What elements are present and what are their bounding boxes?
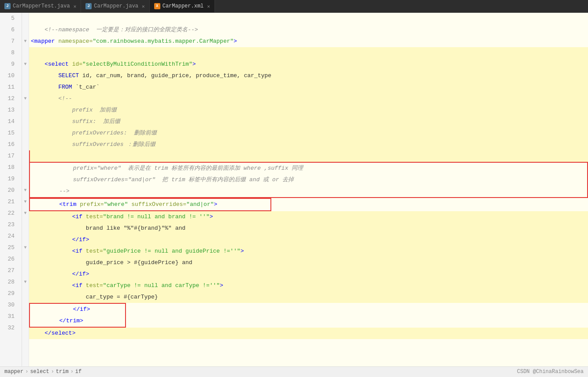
fold-20[interactable]: ▼: [22, 185, 29, 196]
status-bar: mapper › select › trim › if CSDN @ChinaR…: [0, 366, 588, 377]
code-line-24: </if>: [29, 234, 588, 246]
code-line-9: <select id="selectByMultiConditionWithTr…: [29, 59, 588, 70]
code-line-29: car_type = #{carType}: [29, 291, 588, 303]
tab-carmappertest[interactable]: J CarMapperTest.java ✕: [0, 0, 81, 12]
code-line-31: </trim>: [30, 315, 125, 327]
code-line-6: <!--namespace 一定要是：对应的接口的全限定类名-->: [29, 24, 588, 36]
code-line-23: brand like "%"#{brand}"%" and: [29, 223, 588, 234]
fold-22[interactable]: ▼: [22, 208, 29, 219]
breadcrumb-if: if: [75, 369, 81, 375]
code-line-7: <mapper namespace="com.rainbowsea.mybati…: [29, 36, 588, 47]
code-line-16: suffixOverrides ：删除后缀: [29, 139, 588, 150]
tab-close-3[interactable]: ✕: [207, 4, 210, 9]
code-line-8: [29, 47, 588, 59]
watermark: CSDN @ChinaRainbowSea: [517, 369, 584, 375]
breadcrumb-select: select: [30, 369, 49, 375]
code-line-10: SELECT id, car_num, brand, guide_price, …: [29, 70, 588, 82]
red-box-1: prefix="where" 表示是在 trim 标签所有内容的最前面添加 wh…: [29, 162, 588, 198]
code-line-20: -->: [30, 186, 587, 197]
code-line-27: </if>: [29, 269, 588, 280]
tab-carmapperxml[interactable]: X CarMapper.xml ✕: [150, 0, 215, 12]
breadcrumb-mapper: mapper: [4, 369, 23, 375]
red-box-3: </if> </trim>: [29, 303, 126, 328]
tab-close-2[interactable]: ✕: [142, 4, 145, 9]
red-box-2: <trim prefix="where" suffixOverrides="an…: [29, 198, 271, 211]
fold-21[interactable]: ▼: [22, 196, 29, 208]
code-line-12: <!--: [29, 93, 588, 105]
code-line-17: [29, 150, 588, 162]
code-line-18: prefix="where" 表示是在 trim 标签所有内容的最前面添加 wh…: [30, 163, 587, 174]
tab-label-1: CarMapperTest.java: [13, 3, 70, 9]
code-line-26: guide_price > #{guidePrice} and: [29, 257, 588, 269]
code-line-22: <if test="brand != null and brand != ''"…: [29, 211, 588, 223]
code-line-11: FROM `t_car`: [29, 82, 588, 93]
code-line-21: <trim prefix="where" suffixOverrides="an…: [30, 199, 270, 210]
code-line-14: suffix: 加后缀: [29, 116, 588, 127]
tab-bar: J CarMapperTest.java ✕ J CarMapper.java …: [0, 0, 588, 13]
line-numbers: 5 6 7 8 9 10 11 12 13 14 15 16 17 18 19 …: [0, 13, 22, 366]
code-line-30: </if>: [30, 304, 125, 315]
breadcrumb-trim: trim: [56, 369, 69, 375]
code-line-13: prefix 加前缀: [29, 105, 588, 116]
tab-label-2: CarMapper.java: [94, 3, 138, 9]
code-line-32: </select>: [29, 328, 588, 339]
fold-9[interactable]: ▼: [22, 59, 29, 70]
code-line-5: [29, 13, 588, 24]
xml-icon: X: [154, 3, 160, 9]
code-area[interactable]: <!--namespace 一定要是：对应的接口的全限定类名--> <mappe…: [29, 13, 588, 366]
breadcrumb: mapper › select › trim › if: [4, 369, 81, 375]
tab-carmapper[interactable]: J CarMapper.java ✕: [81, 0, 149, 12]
tab-label-3: CarMapper.xml: [163, 3, 204, 9]
tab-close-1[interactable]: ✕: [74, 4, 77, 9]
code-line-25: <if test="guidePrice != null and guidePr…: [29, 246, 588, 257]
fold-25[interactable]: ▼: [22, 242, 29, 254]
fold-28[interactable]: ▼: [22, 276, 29, 288]
code-line-15: prefixOverrides: 删除前缀: [29, 127, 588, 139]
code-line-28: <if test="carType != null and carType !=…: [29, 280, 588, 291]
fold-12[interactable]: ▼: [22, 93, 29, 105]
code-line-19: suffixOverrides="and|or" 把 trim 标签中所有内容的…: [30, 174, 587, 186]
java-icon-2: J: [85, 3, 92, 9]
editor: 5 6 7 8 9 10 11 12 13 14 15 16 17 18 19 …: [0, 13, 588, 366]
fold-column: ▼ ▼ ▼ ▼ ▼ ▼ ▼ ▼: [22, 13, 29, 366]
fold-7[interactable]: ▼: [22, 36, 29, 47]
java-icon-1: J: [4, 3, 11, 9]
